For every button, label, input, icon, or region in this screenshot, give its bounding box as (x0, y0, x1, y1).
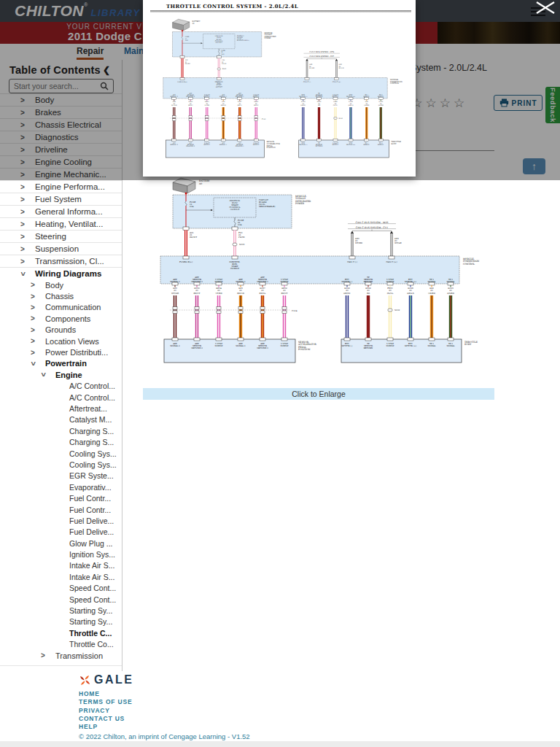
svg-text:BR/OR: BR/OR (237, 292, 244, 295)
svg-text:S102: S102 (339, 117, 343, 120)
chevron-down-icon[interactable]: > (29, 360, 37, 367)
toc-item-label: Intake Air S... (69, 573, 114, 581)
svg-text:DB/GY: DB/GY (343, 292, 350, 295)
toc-item-label: Throttle Co... (69, 640, 114, 649)
toc-item[interactable]: >Heating, Ventilat... (0, 217, 122, 230)
svg-text:S003: S003 (239, 243, 244, 246)
gale-logo[interactable]: GALE (79, 673, 133, 686)
toc-item[interactable]: Fuel Contr... (0, 492, 122, 503)
toc-item-label: Wiring Diagrams (35, 269, 101, 278)
close-icon[interactable] (534, 1, 556, 18)
toc-item[interactable]: Charging S... (0, 436, 122, 447)
toc-item[interactable]: >Transmission (0, 650, 122, 661)
footer-link[interactable]: HOME (79, 690, 100, 697)
chevron-right-icon[interactable]: > (29, 314, 36, 322)
toc-item[interactable]: Starting Sy... (0, 605, 122, 616)
chevron-down-icon[interactable]: > (19, 270, 27, 277)
chevron-right-icon[interactable]: > (19, 196, 26, 204)
toc-item[interactable]: Cooling Sys... (0, 459, 122, 470)
toc-item[interactable]: >Fuel System (0, 193, 122, 205)
footer-link[interactable]: HELP (79, 723, 98, 730)
svg-text:DG/BR: DG/BR (447, 292, 454, 295)
footer-strip (0, 741, 560, 747)
svg-text:WT/DB: WT/DB (171, 104, 177, 107)
chevron-right-icon[interactable]: > (19, 245, 26, 253)
toc-item[interactable]: Evaporativ... (0, 481, 122, 492)
toc-item-label: Catalyst M... (69, 415, 112, 424)
toc-item[interactable]: >Communication (0, 302, 122, 313)
chevron-right-icon[interactable]: > (29, 293, 36, 301)
footer-link[interactable]: PRIVACY (79, 707, 110, 714)
svg-text:CAN C BUS SYSTEM - MTS: CAN C BUS SYSTEM - MTS (309, 51, 334, 53)
chevron-right-icon[interactable]: > (19, 208, 26, 216)
toc-item[interactable]: >Chassis (0, 290, 122, 301)
toc-item-label: EGR Syste... (69, 471, 114, 480)
chevron-right-icon[interactable]: > (29, 349, 36, 357)
svg-text:BR/YL: BR/YL (260, 292, 266, 295)
svg-text:BR/OR: BR/OR (221, 104, 226, 107)
toc-item[interactable]: Fuel Delive... (0, 515, 122, 526)
toc-item[interactable]: Speed Cont... (0, 583, 122, 594)
toc-item[interactable]: Throttle Co... (0, 639, 122, 650)
toc-item[interactable]: Intake Air S... (0, 560, 122, 571)
toc-item[interactable]: Cooling Sys... (0, 448, 122, 459)
toc-item[interactable]: Speed Cont... (0, 594, 122, 605)
toc-item[interactable]: A/C Control... (0, 381, 122, 392)
toc-item[interactable]: Intake Air S... (0, 571, 122, 582)
toc-item[interactable]: >Body (0, 279, 122, 290)
svg-text:DB/GY: DB/GY (300, 104, 306, 107)
footer-link[interactable]: TERMS OF USE (79, 698, 132, 705)
svg-text:MOTOR (-): MOTOR (-) (342, 344, 353, 347)
toc-item[interactable]: Fuel Delive... (0, 527, 122, 538)
toc-item[interactable]: Fuel Contr... (0, 504, 122, 515)
svg-text:VT/BR: VT/BR (215, 292, 223, 295)
toc-item[interactable]: EGR Syste... (0, 471, 122, 481)
chevron-right-icon[interactable]: > (29, 337, 36, 345)
svg-text:BR/VT: BR/VT (281, 292, 288, 295)
chevron-down-icon[interactable]: > (39, 371, 47, 379)
toc-item[interactable]: >Location Views (0, 336, 122, 347)
modal-title: THROTTLE CONTROL SYSTEM - 2.0L/2.4L (166, 3, 298, 9)
svg-text:SUPPLY: SUPPLY (280, 344, 288, 347)
toc-item[interactable]: >Engine Performa... (0, 180, 122, 193)
footer-link[interactable]: CONTACT US (79, 715, 125, 722)
toc-item[interactable]: Aftertreat... (0, 403, 122, 414)
chevron-right-icon[interactable]: > (29, 303, 36, 311)
toc-item[interactable]: >Power Distributi... (0, 347, 122, 357)
chevron-right-icon[interactable]: > (19, 183, 26, 191)
chevron-right-icon[interactable]: > (19, 220, 26, 228)
wiring-diagram[interactable]: BATTERYA0FUSE1110AIGNITIONRUN/STARTCONTR… (157, 175, 507, 366)
toc-item-label: Transmission, Cl... (35, 257, 104, 266)
toc-item[interactable]: >Steering (0, 230, 122, 242)
toc-item-label: A/C Control... (69, 393, 115, 402)
toc-item[interactable]: A/C Control... (0, 392, 122, 403)
toc-item[interactable]: >Transmission, Cl... (0, 255, 122, 267)
toc-item[interactable]: Throttle C... (0, 627, 122, 638)
svg-text:S003: S003 (222, 68, 227, 70)
toc-item-label: Intake Air S... (69, 561, 114, 570)
toc-item[interactable]: Glow Plug ... (0, 538, 122, 549)
svg-text:WT/LB: WT/LB (339, 67, 345, 69)
toc-item[interactable]: >Wiring Diagrams (0, 267, 122, 279)
chevron-right-icon[interactable]: > (39, 651, 47, 659)
svg-text:K122: K122 (301, 101, 306, 102)
chevron-right-icon[interactable]: > (29, 281, 36, 289)
toc-item[interactable]: >Components (0, 313, 122, 324)
toc-item[interactable]: Starting Sy... (0, 616, 122, 627)
toc-item[interactable]: >Grounds (0, 325, 122, 336)
toc-item[interactable]: >General Informa... (0, 205, 122, 217)
toc-item[interactable]: >Engine (0, 369, 122, 380)
toc-item[interactable]: >Powertrain (0, 358, 122, 369)
svg-text:PK/GY: PK/GY (222, 63, 227, 65)
svg-text:C104: C104 (292, 309, 298, 312)
toc-item[interactable]: >Suspension (0, 242, 122, 255)
chevron-right-icon[interactable]: > (19, 233, 26, 241)
toc-item[interactable]: Catalyst M... (0, 414, 122, 425)
toc-item[interactable]: Charging S... (0, 425, 122, 436)
svg-text:GROUND 2: GROUND 2 (191, 347, 203, 349)
svg-text:CONTROL: CONTROL (390, 82, 400, 85)
chevron-right-icon[interactable]: > (19, 258, 26, 266)
click-to-enlarge-button[interactable]: Click to Enlarge (143, 388, 494, 400)
chevron-right-icon[interactable]: > (29, 326, 36, 334)
toc-item[interactable]: Ignition Sys... (0, 549, 122, 560)
